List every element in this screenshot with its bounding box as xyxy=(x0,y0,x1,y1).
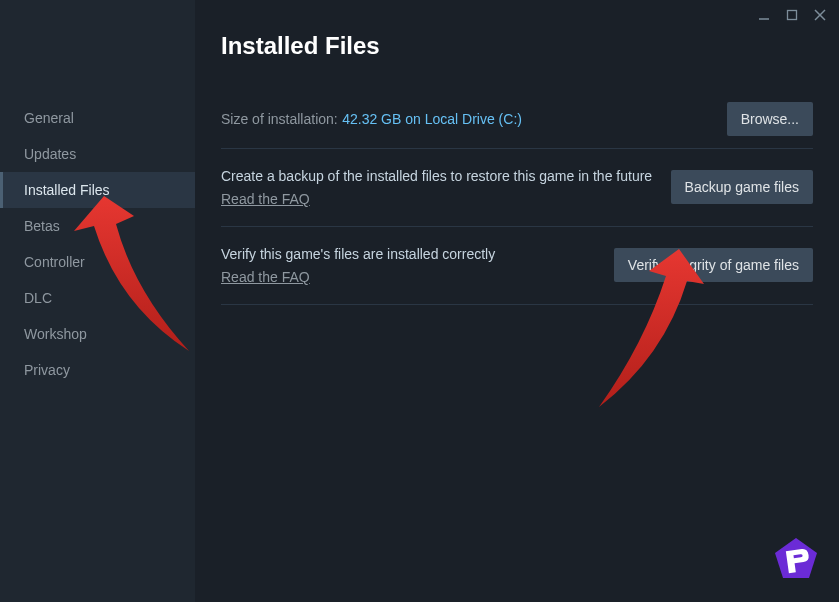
verify-row: Verify this game's files are installed c… xyxy=(221,227,813,305)
verify-description: Verify this game's files are installed c… xyxy=(221,245,598,264)
app-logo-icon xyxy=(773,536,819,582)
sidebar-item-controller[interactable]: Controller xyxy=(0,244,195,280)
backup-game-files-button[interactable]: Backup game files xyxy=(671,170,813,204)
svg-rect-1 xyxy=(788,11,797,20)
sidebar-item-general[interactable]: General xyxy=(0,100,195,136)
installation-size-row: Size of installation: 42.32 GB on Local … xyxy=(221,90,813,149)
close-button[interactable] xyxy=(813,8,827,22)
backup-description: Create a backup of the installed files t… xyxy=(221,167,655,186)
minimize-button[interactable] xyxy=(757,8,771,22)
backup-row: Create a backup of the installed files t… xyxy=(221,149,813,227)
backup-faq-link[interactable]: Read the FAQ xyxy=(221,191,310,207)
verify-integrity-button[interactable]: Verify integrity of game files xyxy=(614,248,813,282)
sidebar-item-installed-files[interactable]: Installed Files xyxy=(0,172,195,208)
size-label: Size of installation: xyxy=(221,111,338,127)
page-title: Installed Files xyxy=(221,32,813,60)
sidebar: General Updates Installed Files Betas Co… xyxy=(0,0,195,602)
browse-button[interactable]: Browse... xyxy=(727,102,813,136)
main-panel: Installed Files Size of installation: 42… xyxy=(195,0,839,602)
verify-faq-link[interactable]: Read the FAQ xyxy=(221,269,310,285)
sidebar-item-workshop[interactable]: Workshop xyxy=(0,316,195,352)
maximize-button[interactable] xyxy=(785,8,799,22)
sidebar-item-privacy[interactable]: Privacy xyxy=(0,352,195,388)
size-value-link[interactable]: 42.32 GB on Local Drive (C:) xyxy=(342,111,522,127)
sidebar-item-dlc[interactable]: DLC xyxy=(0,280,195,316)
sidebar-item-betas[interactable]: Betas xyxy=(0,208,195,244)
sidebar-item-updates[interactable]: Updates xyxy=(0,136,195,172)
